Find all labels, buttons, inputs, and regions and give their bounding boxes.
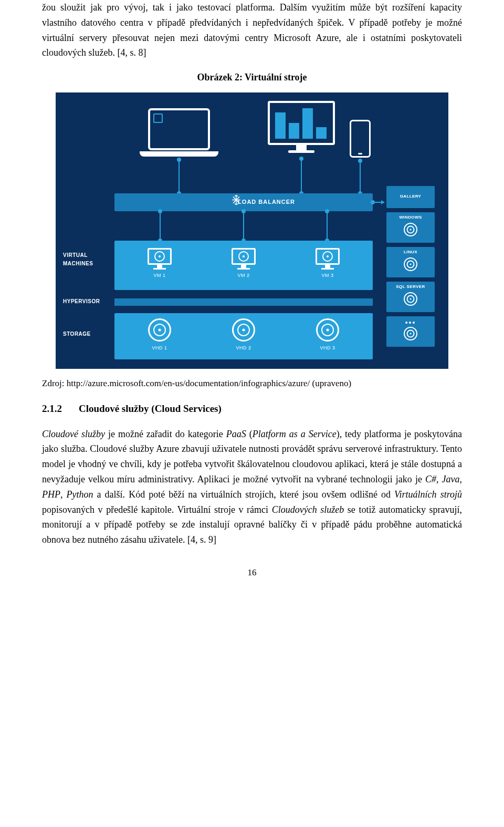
- phone-icon: [350, 120, 371, 158]
- label-virtual-machines: VIRTUAL MACHINES: [63, 251, 93, 268]
- load-balancer-bar: LOAD BALANCER: [114, 193, 373, 211]
- vm-1-icon: VM 1: [133, 248, 186, 279]
- label-hypervisor: HYPERVISOR: [63, 297, 100, 306]
- label-storage: STORAGE: [63, 330, 91, 338]
- linux-tile: LINUX: [386, 247, 435, 277]
- vm-3-icon: VM 3: [301, 248, 354, 279]
- figure-diagram: LOAD BALANCER VIRTUAL MACHINES HYPERVISO…: [56, 92, 448, 369]
- body-paragraph-2: Cloudové služby je možné zařadit do kate…: [42, 427, 462, 547]
- storage-row: VHD 1 VHD 2 VHD 3: [114, 313, 373, 359]
- hypervisor-bar: [114, 298, 373, 306]
- section-heading: 2.1.2Cloudové služby (Cloud Services): [42, 401, 462, 417]
- desktop-monitor-icon: [268, 101, 335, 153]
- page-number: 16: [42, 565, 462, 580]
- sqlserver-tile: SQL SERVER: [386, 282, 435, 312]
- vm-2-icon: VM 2: [217, 248, 270, 279]
- arrow-to-gallery-icon: [373, 202, 384, 203]
- laptop-icon: [140, 108, 218, 157]
- section-title: Cloudové služby (Cloud Services): [79, 403, 222, 414]
- vhd-3-icon: VHD 3: [301, 318, 354, 352]
- figure-source: Zdroj: http://azure.microsoft.com/en-us/…: [42, 376, 462, 390]
- vhd-1-icon: VHD 1: [133, 318, 186, 352]
- section-number: 2.1.2: [42, 401, 79, 417]
- load-balancer-label: LOAD BALANCER: [238, 198, 295, 207]
- vm-row: VM 1 VM 2 VM 3: [114, 241, 373, 290]
- more-tile: •••: [386, 316, 435, 347]
- body-paragraph-1: žou sloužit jak pro vývoj, tak i jako te…: [42, 0, 462, 60]
- gallery-tile: GALLERY: [386, 186, 435, 208]
- windows-tile: WINDOWS: [386, 212, 435, 243]
- figure-title: Obrázek 2: Virtuální stroje: [42, 70, 462, 85]
- vhd-2-icon: VHD 2: [217, 318, 270, 352]
- gallery-stack: GALLERY WINDOWS LINUX SQL SERVER •••: [386, 186, 435, 351]
